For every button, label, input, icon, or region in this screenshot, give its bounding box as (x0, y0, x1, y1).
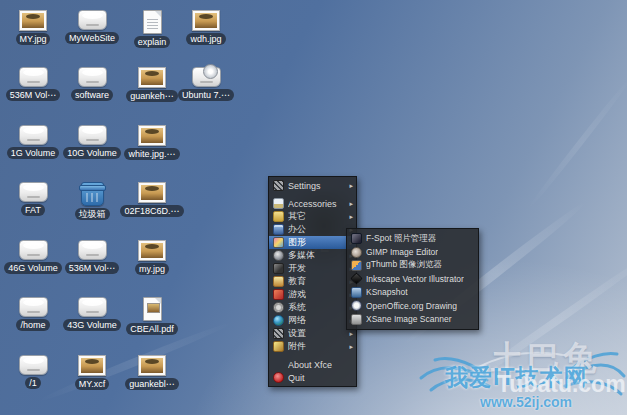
desktop-icon-my-jpg[interactable]: MY.jpg (3, 10, 63, 45)
icon-label: Ubuntu 7.⋯ (178, 89, 234, 101)
desktop-icon-guankeh[interactable]: guankeh⋯ (122, 67, 182, 102)
menu-item-label: KSnapshot (366, 287, 408, 297)
pdf-icon (143, 297, 162, 321)
menu-item-f-spot[interactable]: F-Spot 照片管理器 (347, 232, 478, 245)
menu-item-label: 办公 (288, 223, 306, 236)
submenu-arrow-icon: ▸ (349, 343, 353, 350)
icon-label: MY.xcf (75, 378, 109, 390)
watermark-title-url: Tubatu.com (497, 371, 626, 398)
desktop-icon-02f18c6d[interactable]: 02F18C6D.⋯ (122, 182, 182, 217)
drive-icon (78, 297, 107, 317)
accessories-icon (273, 198, 284, 209)
icon-label: white.jpg.⋯ (124, 148, 179, 160)
drive-icon (19, 125, 48, 145)
document-icon (143, 10, 162, 34)
desktop-icon-home[interactable]: /home (3, 297, 63, 331)
icon-label: explain (134, 36, 171, 48)
menu-item-quit[interactable]: Quit (269, 371, 356, 384)
image-icon (138, 240, 166, 261)
inkscape-icon (350, 273, 362, 285)
menu-item-graphics[interactable]: 图形▸ (269, 236, 356, 249)
desktop-icon-guankebl[interactable]: guankebl⋯ (122, 355, 182, 390)
drive-icon (19, 355, 48, 375)
menu-item-office[interactable]: 办公▸ (269, 223, 356, 236)
menu-item-about[interactable]: About Xfce (269, 358, 356, 371)
menu-item-label: 其它 (288, 210, 306, 223)
icon-label: 43G Volume (63, 319, 121, 331)
drive-icon (78, 10, 107, 30)
image-icon (138, 182, 166, 203)
desktop-icon-my-xcf[interactable]: MY.xcf (62, 355, 122, 390)
quit-icon (273, 372, 284, 383)
drive-icon (19, 182, 48, 202)
menu-item-label: Quit (288, 373, 305, 383)
menu-item-multimedia[interactable]: 多媒体▸ (269, 249, 356, 262)
desktop-icon-10g-volume[interactable]: 10G Volume (62, 125, 122, 159)
desktop-icon-536m-vol-b[interactable]: 536M Vol⋯ (62, 240, 122, 274)
menu-item-accessories-en[interactable]: Accessories▸ (269, 197, 356, 210)
desktop-icon-cbeall-pdf[interactable]: CBEAll.pdf (122, 297, 182, 335)
menu-item-label: Accessories (288, 199, 337, 209)
desktop-icon-white-jpg[interactable]: white.jpg.⋯ (122, 125, 182, 160)
drive-icon (78, 67, 107, 87)
menu-item-label: About Xfce (288, 360, 332, 370)
menu-item-openoffice-drawing[interactable]: OpenOffice.org Drawing (347, 299, 478, 312)
menu-item-label: GIMP Image Editor (366, 247, 438, 257)
icon-label: /1 (25, 377, 41, 389)
menu-item-accessories-cn[interactable]: 附件▸ (269, 340, 356, 353)
watermark: 土巴兔 我爱IT技术网 Tubatu.com www.52ij.com (417, 338, 627, 415)
system-icon (273, 302, 284, 313)
menu-item-label: 多媒体 (288, 249, 315, 262)
desktop-icon-explain[interactable]: explain (122, 10, 182, 48)
menu-item-development[interactable]: 开发▸ (269, 262, 356, 275)
icon-label: MY.jpg (16, 33, 51, 45)
menu-item-gthumb[interactable]: gThumb 图像浏览器 (347, 259, 478, 272)
menu-item-gimp[interactable]: GIMP Image Editor (347, 245, 478, 258)
desktop-icon-46g-volume[interactable]: 46G Volume (3, 240, 63, 274)
watermark-title: 土巴兔 (491, 336, 599, 381)
desktop-icon-ubuntu-7[interactable]: Ubuntu 7.⋯ (176, 67, 236, 101)
desktop-icon-my-jpg-2[interactable]: my.jpg (122, 240, 182, 275)
menu-item-label: 游戏 (288, 288, 306, 301)
drive-icon (78, 240, 107, 260)
icon-label: 02F18C6D.⋯ (120, 205, 183, 217)
f-spot-icon (351, 233, 362, 244)
image-icon (138, 355, 166, 376)
menu-item-xsane[interactable]: XSane Image Scanner (347, 312, 478, 325)
menu-item-games[interactable]: 游戏▸ (269, 288, 356, 301)
menu-item-education[interactable]: 教育▸ (269, 275, 356, 288)
graphics-submenu: F-Spot 照片管理器GIMP Image EditorgThumb 图像浏览… (346, 228, 479, 330)
menu-item-inkscape[interactable]: Inkscape Vector Illustrator (347, 272, 478, 285)
menu-item-system[interactable]: 系统▸ (269, 301, 356, 314)
wing-decoration-icon (417, 338, 627, 415)
icon-label: 1G Volume (7, 147, 60, 159)
education-icon (273, 276, 284, 287)
desktop-icon-1g-volume[interactable]: 1G Volume (3, 125, 63, 159)
menu-item-label: XSane Image Scanner (366, 314, 452, 324)
desktop-icon-wdh-jpg[interactable]: wdh.jpg (176, 10, 236, 45)
desktop-icon-536m-vol-a[interactable]: 536M Vol⋯ (3, 67, 63, 101)
ksnapshot-icon (351, 287, 362, 298)
icon-label: 10G Volume (63, 147, 121, 159)
settings-icon (273, 180, 284, 191)
desktop-icon-trash[interactable]: 垃圾箱 (62, 182, 122, 220)
menu-item-label: Inkscape Vector Illustrator (366, 274, 464, 284)
image-icon (192, 10, 220, 31)
menu-item-label: 教育 (288, 275, 306, 288)
desktop-icon-43g-volume[interactable]: 43G Volume (62, 297, 122, 331)
menu-item-other[interactable]: 其它▸ (269, 210, 356, 223)
watermark-site-url: www.52ij.com (480, 394, 572, 410)
menu-item-label: 图形 (288, 236, 306, 249)
games-icon (273, 289, 284, 300)
menu-item-settings-en[interactable]: Settings▸ (269, 179, 356, 192)
menu-item-label: OpenOffice.org Drawing (366, 301, 457, 311)
desktop-icon-root-1[interactable]: /1 (3, 355, 63, 389)
desktop-icon-fat[interactable]: FAT (3, 182, 63, 216)
menu-item-label: 开发 (288, 262, 306, 275)
menu-item-settings-cn[interactable]: 设置▸ (269, 327, 356, 340)
network-icon (273, 315, 284, 326)
menu-item-ksnapshot[interactable]: KSnapshot (347, 286, 478, 299)
menu-item-network[interactable]: 网络▸ (269, 314, 356, 327)
desktop-icon-software[interactable]: software (62, 67, 122, 101)
desktop-icon-mywebsite[interactable]: MyWebSite (62, 10, 122, 44)
